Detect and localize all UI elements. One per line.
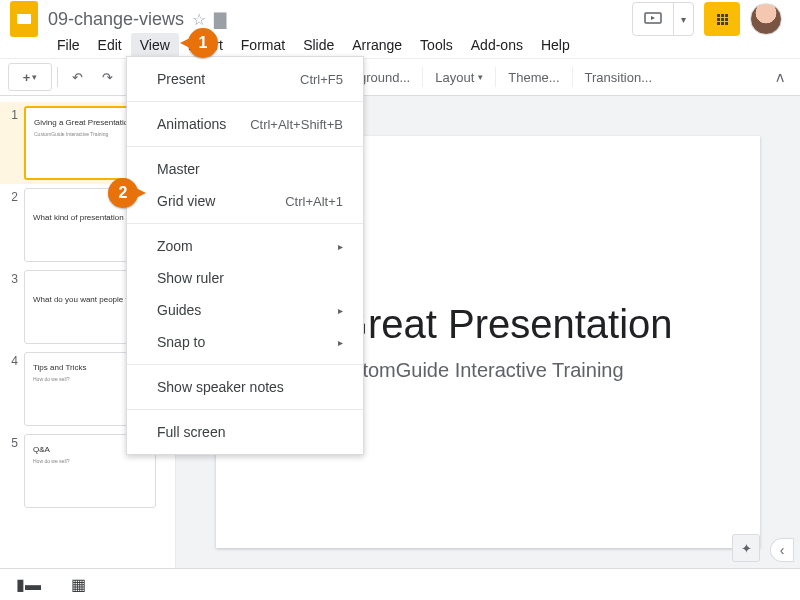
- workspace: 1 Giving a Great Presentation CustomGuid…: [0, 96, 800, 568]
- bottom-bar: ▮▬ ▦: [0, 568, 800, 600]
- menu-format[interactable]: Format: [232, 33, 294, 57]
- menu-help[interactable]: Help: [532, 33, 579, 57]
- thumbnail-number: 2: [6, 188, 24, 262]
- present-button[interactable]: ▾: [632, 2, 694, 36]
- thumbnail-number: 4: [6, 352, 24, 426]
- transition-button[interactable]: Transition...: [577, 63, 660, 91]
- undo-button[interactable]: ↶: [63, 63, 91, 91]
- menu-item-speaker-notes[interactable]: Show speaker notes: [127, 371, 363, 403]
- menu-edit[interactable]: Edit: [89, 33, 131, 57]
- thumbnail-number: 3: [6, 270, 24, 344]
- view-menu-dropdown: PresentCtrl+F5 AnimationsCtrl+Alt+Shift+…: [126, 56, 364, 455]
- app-logo-slides[interactable]: [10, 1, 38, 37]
- submenu-arrow-icon: ▸: [338, 337, 343, 348]
- menu-view[interactable]: View: [131, 33, 179, 57]
- thumbnail-number: 1: [6, 106, 24, 180]
- redo-button[interactable]: ↷: [93, 63, 121, 91]
- toolbar: +▾ ↶ ↷ ⎙ ✎ ⤢ ▭ T + Background... Layout▾…: [0, 58, 800, 96]
- menu-addons[interactable]: Add-ons: [462, 33, 532, 57]
- menu-item-zoom[interactable]: Zoom▸: [127, 230, 363, 262]
- move-folder-icon[interactable]: ▇: [214, 10, 226, 29]
- share-grid-icon: [717, 14, 728, 25]
- menu-item-guides[interactable]: Guides▸: [127, 294, 363, 326]
- menu-item-show-ruler[interactable]: Show ruler: [127, 262, 363, 294]
- menu-item-snap-to[interactable]: Snap to▸: [127, 326, 363, 358]
- account-avatar[interactable]: [750, 3, 782, 35]
- menu-item-animations[interactable]: AnimationsCtrl+Alt+Shift+B: [127, 108, 363, 140]
- explore-button[interactable]: ✦: [732, 534, 760, 562]
- horizontal-scroll-left-icon[interactable]: ‹: [770, 538, 794, 562]
- share-button[interactable]: [704, 2, 740, 36]
- collapse-toolbar-icon[interactable]: ʌ: [768, 69, 792, 85]
- grid-view-icon[interactable]: ▦: [71, 575, 86, 594]
- tutorial-callout-2: 2: [108, 178, 138, 208]
- menu-item-grid-view[interactable]: Grid viewCtrl+Alt+1: [127, 185, 363, 217]
- present-dropdown-icon[interactable]: ▾: [673, 3, 693, 35]
- document-title[interactable]: 09-change-views: [48, 9, 184, 30]
- star-icon[interactable]: ☆: [192, 10, 206, 29]
- menu-arrange[interactable]: Arrange: [343, 33, 411, 57]
- present-play-icon[interactable]: [633, 3, 673, 35]
- svg-marker-1: [651, 16, 655, 20]
- filmstrip-view-icon[interactable]: ▮▬: [16, 575, 41, 594]
- menu-item-master[interactable]: Master: [127, 153, 363, 185]
- new-slide-button[interactable]: +▾: [8, 63, 52, 91]
- menu-item-present[interactable]: PresentCtrl+F5: [127, 63, 363, 95]
- tutorial-callout-1: 1: [188, 28, 218, 58]
- menu-slide[interactable]: Slide: [294, 33, 343, 57]
- slide-subtitle-text[interactable]: stomGuide Interactive Training: [352, 359, 623, 382]
- menu-item-full-screen[interactable]: Full screen: [127, 416, 363, 448]
- submenu-arrow-icon: ▸: [338, 241, 343, 252]
- menu-file[interactable]: File: [48, 33, 89, 57]
- layout-button[interactable]: Layout▾: [427, 63, 491, 91]
- submenu-arrow-icon: ▸: [338, 305, 343, 316]
- thumbnail-number: 5: [6, 434, 24, 508]
- menu-tools[interactable]: Tools: [411, 33, 462, 57]
- theme-button[interactable]: Theme...: [500, 63, 567, 91]
- title-bar: 09-change-views ☆ ▇ ▾: [0, 0, 800, 32]
